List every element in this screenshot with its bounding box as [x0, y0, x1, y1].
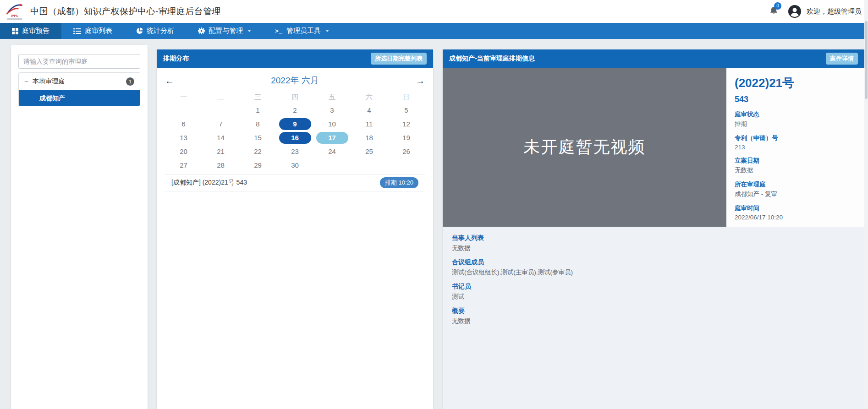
- calendar-day[interactable]: 5: [390, 104, 423, 116]
- calendar-day[interactable]: 8: [242, 118, 274, 130]
- scrollbar-thumb[interactable]: [865, 21, 868, 99]
- field-value: 排期: [735, 120, 856, 128]
- calendar-empty-cell: [168, 104, 200, 116]
- main-nav: 庭审预告庭审列表统计分析配置与管理>_管理员工具: [0, 23, 868, 39]
- calendar-day[interactable]: 12: [390, 118, 423, 130]
- user-avatar[interactable]: [788, 5, 801, 18]
- schedule-panel-header: 排期分布 所选日期完整列表: [157, 49, 433, 68]
- calendar-day[interactable]: 15: [242, 132, 274, 144]
- schedule-time-badge: 排期 10:20: [380, 177, 418, 188]
- current-court-panel: 成都知产-当前审理庭排期信息 案件详情 未开庭暂无视频 (2022)21号 54…: [443, 49, 864, 409]
- nav-item-label: 配置与管理: [209, 27, 243, 35]
- tab-config-management[interactable]: 配置与管理: [186, 23, 263, 39]
- calendar-empty-cell: [390, 159, 423, 171]
- calendar-day[interactable]: 17: [316, 132, 348, 144]
- calendar-empty-cell: [205, 104, 237, 116]
- tree-item-local-courts[interactable]: − 本地审理庭 1: [19, 73, 140, 90]
- calendar-day[interactable]: 9: [279, 118, 311, 130]
- calendar-day[interactable]: 19: [390, 132, 423, 144]
- case-detail-button[interactable]: 案件详情: [826, 53, 858, 65]
- collapse-icon[interactable]: −: [24, 78, 33, 85]
- field-value: 无数据: [452, 244, 855, 252]
- weekday-label: 五: [329, 93, 335, 102]
- logo-text: IPPC: [11, 14, 18, 17]
- field-value: 测试: [452, 293, 855, 301]
- field-value: 无数据: [452, 317, 855, 325]
- field-value: 2022/06/17 10:20: [735, 214, 856, 221]
- tab-court-preview[interactable]: 庭审预告: [0, 23, 61, 39]
- field-value: 213: [735, 144, 856, 151]
- calendar-day[interactable]: 1: [242, 104, 274, 116]
- full-date-list-button[interactable]: 所选日期完整列表: [371, 53, 427, 65]
- tab-admin-tools[interactable]: >_管理员工具: [263, 23, 341, 39]
- tree-root-label: 本地审理庭: [33, 77, 65, 86]
- calendar-day[interactable]: 21: [205, 146, 237, 158]
- gear-icon: [198, 27, 205, 34]
- field-label: 立案日期: [735, 157, 856, 165]
- tab-court-list[interactable]: 庭审列表: [61, 23, 124, 39]
- calendar-day[interactable]: 6: [168, 118, 200, 130]
- calendar-empty-cell: [353, 159, 385, 171]
- field-label: 所在审理庭: [735, 180, 856, 189]
- schedule-panel-title: 排期分布: [163, 55, 189, 63]
- app-header: IPPC 中国（成都）知识产权保护中心-审理庭后台管理 0 欢迎，超级管理员: [0, 0, 868, 23]
- schedule-item-text: [成都知产] (2022)21号 543: [171, 179, 247, 187]
- field-label: 庭审状态: [735, 110, 856, 119]
- calendar-month-title: 2022年 六月: [165, 75, 425, 87]
- calendar-day[interactable]: 7: [205, 118, 237, 130]
- pie-chart-icon: [136, 27, 143, 34]
- calendar-day[interactable]: 18: [353, 132, 385, 144]
- tab-statistics[interactable]: 统计分析: [124, 23, 186, 39]
- calendar-day[interactable]: 20: [168, 146, 200, 158]
- chevron-down-icon: [247, 30, 251, 32]
- page-title: 中国（成都）知识产权保护中心-审理庭后台管理: [30, 5, 221, 17]
- app-logo-icon: IPPC: [5, 3, 25, 20]
- calendar-day[interactable]: 10: [316, 118, 348, 130]
- bell-icon: [769, 9, 778, 16]
- calendar-day[interactable]: 3: [316, 104, 348, 116]
- calendar-empty-cell: [316, 159, 348, 171]
- case-code: 543: [735, 95, 856, 104]
- field-label: 合议组成员: [452, 258, 855, 267]
- calendar-day[interactable]: 4: [353, 104, 385, 116]
- calendar-day[interactable]: 28: [205, 159, 237, 171]
- courtroom-sidebar: − 本地审理庭 1 成都知产: [11, 45, 148, 409]
- court-panel-header: 成都知产-当前审理庭排期信息 案件详情: [443, 49, 864, 68]
- calendar-day[interactable]: 22: [242, 146, 274, 158]
- schedule-list-item[interactable]: [成都知产] (2022)21号 543 排期 10:20: [165, 174, 425, 191]
- calendar-day[interactable]: 27: [168, 159, 200, 171]
- calendar-day[interactable]: 14: [205, 132, 237, 144]
- calendar-weekday-row: 一二三四五六日: [165, 91, 425, 104]
- weekday-label: 日: [403, 93, 410, 102]
- field-label: 当事人列表: [452, 234, 855, 242]
- notifications-button[interactable]: 0: [769, 6, 778, 17]
- calendar-day[interactable]: 16: [279, 132, 311, 144]
- field-value: 测试(合议组组长),测试(主审员),测试(参审员): [452, 268, 855, 277]
- field-label: 专利（申请）号: [735, 134, 856, 142]
- calendar-day[interactable]: 13: [168, 132, 200, 144]
- courtroom-search-input[interactable]: [18, 54, 140, 69]
- calendar-day[interactable]: 11: [353, 118, 385, 130]
- courtroom-tree: − 本地审理庭 1 成都知产: [18, 72, 140, 106]
- calendar-day[interactable]: 2: [279, 104, 311, 116]
- calendar-day[interactable]: 29: [242, 159, 274, 171]
- weekday-label: 四: [291, 93, 298, 102]
- calendar-day[interactable]: 30: [279, 159, 311, 171]
- grid-icon: [12, 28, 18, 34]
- nav-item-label: 管理员工具: [286, 27, 321, 35]
- list-icon: [73, 28, 81, 34]
- calendar-day[interactable]: 24: [316, 146, 348, 158]
- page-scrollbar[interactable]: [864, 0, 868, 409]
- tree-item-chengdu-ip[interactable]: 成都知产: [19, 90, 140, 106]
- field-value: 无数据: [735, 166, 856, 175]
- calendar-day[interactable]: 25: [353, 146, 385, 158]
- terminal-icon: >_: [275, 27, 283, 34]
- nav-item-label: 统计分析: [147, 27, 174, 35]
- logo-subtext-decoration: [7, 18, 22, 20]
- welcome-text: 欢迎，超级管理员: [807, 7, 862, 16]
- nav-item-label: 庭审预告: [22, 27, 49, 35]
- calendar-day[interactable]: 26: [390, 146, 423, 158]
- chevron-down-icon: [325, 30, 329, 32]
- calendar-day[interactable]: 23: [279, 146, 311, 158]
- no-video-text: 未开庭暂无视频: [524, 136, 646, 158]
